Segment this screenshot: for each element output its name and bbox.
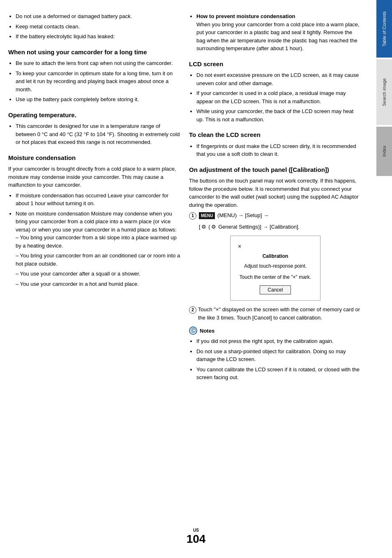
calibration-dialog: × Calibration Adjust touch-response poin…	[230, 236, 321, 301]
dialog-subtitle: Adjust touch-response point.	[238, 262, 313, 270]
clean-lcd-heading: To clean the LCD screen	[189, 131, 362, 139]
lcd-item-3: While using your camcorder, the back of …	[196, 107, 362, 123]
long-time-heading: When not using your camcorder for a long…	[8, 48, 181, 56]
moisture-item-1: If moisture condensation has occurred Le…	[16, 192, 181, 208]
page-number-small: US	[187, 528, 206, 533]
note-item-3: You cannot calibrate the LCD screen if i…	[196, 366, 362, 382]
lcd-item-2: If your camcorder is used in a cold plac…	[196, 89, 362, 105]
step-1-text2: [⚙ (⚙ General Settings)] → [Calibration]…	[199, 223, 362, 231]
right-column: How to prevent moisture condensation Whe…	[189, 12, 362, 542]
op-temp-text: This camcorder is designed for use in a …	[16, 122, 181, 146]
lcd-item-1: Do not exert excessive pressure on the L…	[196, 71, 362, 87]
notes-section: Ⓒ Notes If you did not press the right s…	[189, 326, 362, 382]
step-2-circle: 2	[189, 306, 196, 314]
moisture-sub-list: You bring your camcorder from a ski slop…	[16, 234, 181, 288]
long-time-item-1: Be sure to attach the lens front cap whe…	[16, 59, 181, 67]
dialog-title: Calibration	[238, 252, 313, 260]
moisture-prevent-item: How to prevent moisture condensation Whe…	[196, 12, 362, 53]
wrench-icon: ⚙	[211, 223, 216, 231]
moisture-sub-1: You bring your camcorder from a ski slop…	[16, 234, 181, 250]
moisture-list: If moisture condensation has occurred Le…	[16, 192, 181, 288]
calibration-intro: The buttons on the touch panel may not w…	[189, 177, 362, 209]
battery-item-1: Do not use a deformed or damaged battery…	[16, 12, 181, 21]
notes-icon: Ⓒ	[189, 326, 197, 335]
tab-index[interactable]: Index	[376, 127, 392, 176]
moisture-prevent-header: How to prevent moisture condensation	[196, 13, 295, 19]
moisture-intro: If your camcorder is brought directly fr…	[8, 165, 181, 189]
moisture-sub-2: You bring your camcorder from an air con…	[16, 252, 181, 268]
battery-leak-intro: If the battery electrolytic liquid has l…	[16, 32, 181, 41]
moisture-heading: Moisture condensation	[8, 154, 181, 162]
notes-header: Ⓒ Notes	[189, 326, 362, 335]
cancel-button[interactable]: Cancel	[260, 285, 291, 294]
long-time-item-2: To keep your camcorder in optimum state …	[16, 69, 181, 94]
clean-lcd-item-1: If fingerprints or dust make the LCD scr…	[196, 142, 362, 158]
lcd-list: Do not exert excessive pressure on the L…	[196, 71, 362, 123]
step-1-number: 1	[189, 211, 198, 220]
step-2-line: 2 Touch "×" displayed on the screen with…	[189, 306, 362, 322]
left-column: Do not use a deformed or damaged battery…	[8, 12, 181, 542]
settings-bracket: [⚙ (⚙ General Settings)] → [Calibration]…	[199, 224, 300, 230]
step-1-circle: 1	[189, 212, 196, 220]
settings-icon: ⚙	[201, 223, 206, 231]
long-time-item-3: Use up the battery pack completely befor…	[16, 95, 181, 104]
dialog-instruction: Touch the center of the "×" mark.	[238, 273, 313, 281]
op-temp-heading: Operating temperature.	[8, 111, 181, 119]
clean-lcd-list: If fingerprints or dust make the LCD scr…	[196, 142, 362, 158]
menu-badge: MENU	[199, 212, 215, 219]
long-time-list: Be sure to attach the lens front cap whe…	[16, 59, 181, 104]
battery-item-2: Keep metal contacts clean.	[16, 23, 181, 31]
moisture-sub-3: You use your camcorder after a squall or…	[16, 270, 181, 278]
dialog-close[interactable]: ×	[238, 242, 313, 251]
calibration-heading: On adjustment of the touch panel ([Calib…	[189, 166, 362, 174]
note-item-2: Do not use a sharp-pointed object for ca…	[196, 347, 362, 364]
step-2-number: 2	[189, 306, 198, 314]
notes-label: Notes	[200, 328, 214, 334]
tab-toc[interactable]: Table of Contents	[376, 0, 392, 58]
page-number-large: 104	[187, 533, 206, 545]
step-1-line: 1 MENU (MENU) → [Setup] →	[189, 211, 362, 220]
notes-list: If you did not press the right spot, try…	[196, 337, 362, 382]
note-item-1: If you did not press the right spot, try…	[196, 337, 362, 345]
moisture-prevent-text: When you bring your camcorder from a col…	[196, 21, 360, 52]
step-1-text: MENU (MENU) → [Setup] →	[198, 211, 269, 220]
lcd-heading: LCD screen	[189, 60, 362, 68]
moisture-item-2: Note on moisture condensation Moisture m…	[16, 210, 181, 288]
side-tabs: Table of Contents Search image Index	[376, 0, 392, 558]
moisture-sub-4: You use your camcorder in a hot and humi…	[16, 280, 181, 288]
page-number: US 104	[187, 528, 206, 546]
main-content: Do not use a deformed or damaged battery…	[0, 0, 376, 558]
battery-list: Do not use a deformed or damaged battery…	[16, 12, 181, 41]
moisture-prevent-list: How to prevent moisture condensation Whe…	[196, 12, 362, 53]
tab-search[interactable]: Search image	[376, 59, 392, 125]
step-2-text: Touch "×" displayed on the screen with t…	[198, 306, 362, 322]
op-temp-list: This camcorder is designed for use in a …	[16, 122, 181, 146]
